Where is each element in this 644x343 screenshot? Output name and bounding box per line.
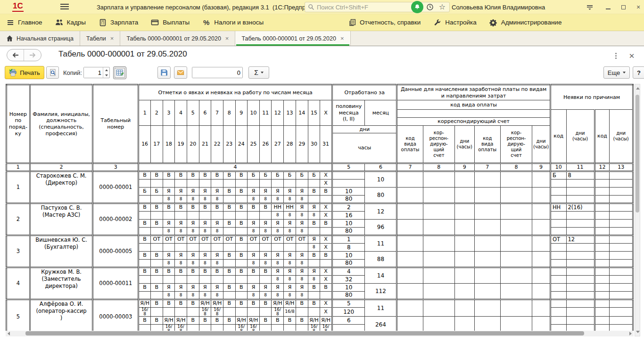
day-mark-cell[interactable]: Я [211,219,223,227]
pay-data-cell[interactable] [501,316,532,331]
day-hours-cell[interactable] [259,307,272,316]
day-mark-cell[interactable]: Я/Н [235,316,248,324]
header-day-number[interactable]: 23 [223,126,235,163]
header-row-number[interactable]: Номер по поряд- ку [7,85,30,163]
day-hours-cell[interactable] [284,324,296,331]
header-hours-label[interactable]: часы [332,133,396,163]
day-mark-cell[interactable]: Я [163,187,175,195]
day-mark-cell[interactable]: В [223,316,235,324]
half1-hours-cell[interactable]: 32 [332,275,365,283]
day-mark-cell[interactable]: Я [284,219,296,227]
day-hours-cell[interactable]: 8 [211,195,223,203]
day-mark-cell[interactable]: В [187,316,199,324]
day-mark-cell[interactable]: В [187,171,199,179]
x-cell[interactable]: Х [320,211,332,219]
pay-data-cell[interactable] [454,219,474,235]
stepper-down-button[interactable] [103,73,109,78]
absence-cell[interactable] [610,316,633,324]
form-close-icon[interactable]: ✕ [628,52,636,60]
day-mark-cell[interactable]: В [320,219,332,227]
header-corr-account[interactable]: корреспондирующий счет [397,118,551,126]
day-hours-cell[interactable] [259,275,272,283]
half1-hours-cell[interactable]: 16 [332,211,365,219]
email-button[interactable] [174,66,187,79]
x-cell[interactable]: Х [320,267,332,275]
day-mark-cell[interactable]: В [308,251,320,259]
help-button[interactable]: ? [633,66,644,79]
column-number[interactable]: 4 [139,163,332,172]
absence-cell[interactable] [594,259,610,267]
absence-cell[interactable] [610,187,633,195]
day-mark-cell[interactable]: В [223,251,235,259]
day-hours-cell[interactable]: 8 [187,227,199,235]
half2-hours-cell[interactable]: 80 [332,259,365,267]
pay-data-cell[interactable] [397,171,423,187]
day-hours-cell[interactable] [248,211,260,219]
pay-data-cell[interactable] [397,235,423,251]
day-hours-cell[interactable] [223,227,235,235]
day-hours-cell[interactable] [163,179,175,187]
absence-cell[interactable] [594,291,610,299]
header-day-number[interactable]: 29 [296,126,308,163]
tab-close-icon[interactable]: × [110,35,114,42]
day-mark-cell[interactable]: В [163,203,175,211]
day-mark-cell[interactable]: Я [248,219,260,227]
header-pay-subcolumn[interactable]: код вида оплаты [474,126,500,163]
day-hours-cell[interactable] [259,243,272,251]
header-absence-days[interactable]: дни (часы) [610,110,633,163]
day-hours-cell[interactable] [175,307,187,316]
pay-data-cell[interactable] [397,299,423,316]
day-mark-cell[interactable]: ОТ [248,235,260,243]
day-hours-cell[interactable]: 8 [175,259,187,267]
header-day-number[interactable]: 1 [139,100,151,126]
absence-cell[interactable]: 2(16) [566,203,594,211]
absence-cell[interactable] [550,211,566,219]
day-mark-cell[interactable]: Я [296,219,308,227]
day-mark-cell[interactable]: В [150,299,163,307]
day-hours-cell[interactable]: 16/ 8 [211,307,223,316]
absence-cell[interactable] [550,187,566,195]
header-day-number[interactable]: 13 [284,100,296,126]
menu-item-2[interactable]: Кадры [55,18,86,26]
day-hours-cell[interactable] [139,179,151,187]
day-hours-cell[interactable]: 8 [163,195,175,203]
day-hours-cell[interactable]: 8 [272,195,284,203]
pay-data-cell[interactable] [501,251,532,267]
day-mark-cell[interactable]: В [223,203,235,211]
month-hours-cell[interactable]: 112 [365,283,397,299]
day-hours-cell[interactable] [272,324,284,331]
column-number[interactable]: 7 [474,163,500,172]
day-hours-cell[interactable]: 8 [259,259,272,267]
header-pay-subcolumn[interactable]: кор- респон- дирую- щий счет [501,126,532,163]
absence-cell[interactable] [610,179,633,187]
pay-data-cell[interactable] [423,187,454,203]
day-hours-cell[interactable]: 8 [199,259,211,267]
employee-tab-number[interactable]: 0000-00002 [93,203,139,235]
month-hours-cell[interactable]: 264 [365,316,397,331]
day-mark-cell[interactable]: Я [272,219,284,227]
header-half-month[interactable]: половину месяца (I, II) [332,100,365,126]
pay-data-cell[interactable] [454,283,474,299]
day-hours-cell[interactable]: 8 [296,227,308,235]
column-number[interactable]: 9 [454,163,474,172]
pay-data-cell[interactable] [423,267,454,283]
day-hours-cell[interactable] [163,275,175,283]
absence-cell[interactable] [610,203,633,211]
absence-cell[interactable] [550,283,566,291]
employee-tab-number[interactable]: 0000-00011 [93,267,139,299]
day-hours-cell[interactable]: 8 [187,259,199,267]
pay-data-cell[interactable] [454,235,474,251]
tab-1[interactable]: Начальная страница [0,31,80,46]
day-mark-cell[interactable]: Я [175,283,187,291]
header-worked-group[interactable]: Отработано за [332,85,396,100]
day-hours-cell[interactable] [139,227,151,235]
day-mark-cell[interactable]: В [259,203,272,211]
day-mark-cell[interactable]: Я [248,251,260,259]
day-hours-cell[interactable] [187,307,199,316]
column-number[interactable]: 12 [594,163,610,172]
pay-data-cell[interactable] [474,219,500,235]
day-hours-cell[interactable] [150,275,163,283]
day-mark-cell[interactable]: В [223,283,235,291]
x-cell[interactable]: Х [320,235,332,243]
day-mark-cell[interactable]: В [150,283,163,291]
